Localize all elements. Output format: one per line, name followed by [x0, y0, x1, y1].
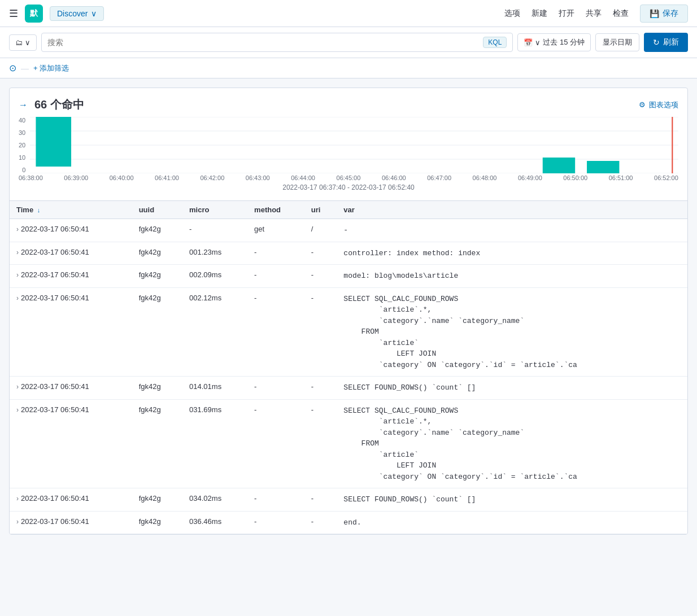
var-cell: SELECT SQL_CALC_FOUND_ROWS `article`.*, …	[337, 287, 687, 377]
discover-button[interactable]: Discover ∨	[50, 6, 104, 21]
svg-rect-6	[543, 158, 575, 173]
expand-cell: ›2022-03-17 06:50:41	[10, 242, 132, 265]
expand-icon[interactable]: ›	[16, 495, 19, 503]
app-avatar: 默	[25, 5, 43, 23]
method-cell: -	[247, 488, 304, 512]
chevron-down-icon: ∨	[535, 38, 541, 47]
var-cell: SELECT SQL_CALC_FOUND_ROWS `article`.*, …	[337, 399, 687, 488]
col-header-micro[interactable]: micro	[182, 201, 247, 219]
table-row[interactable]: ›2022-03-17 06:50:41fgk42g-get/-	[10, 219, 687, 242]
table-row[interactable]: ›2022-03-17 06:50:41fgk42g031.69ms--SELE…	[10, 399, 687, 488]
method-cell: -	[247, 287, 304, 377]
uri-cell: -	[304, 377, 337, 400]
col-header-uuid[interactable]: uuid	[132, 201, 182, 219]
uri-cell: /	[304, 219, 337, 242]
method-cell: -	[247, 242, 304, 265]
line-separator: —	[21, 64, 29, 73]
add-filter-button[interactable]: + 添加筛选	[33, 63, 69, 73]
micro-cell: 036.46ms	[182, 511, 247, 534]
uuid-cell: fgk42g	[132, 242, 182, 265]
var-cell: model: blog\models\article	[337, 265, 687, 288]
micro-cell: 001.23ms	[182, 242, 247, 265]
refresh-button[interactable]: ↻ 刷新	[644, 33, 688, 52]
index-selector[interactable]: 🗂 ∨	[9, 34, 37, 51]
svg-rect-5	[36, 117, 72, 167]
micro-cell: 014.01ms	[182, 377, 247, 400]
collapse-icon[interactable]: →	[19, 100, 28, 110]
save-icon: 💾	[650, 9, 659, 18]
results-panel: → 66 个命中 ⚙ 图表选项 40 30 20 10 0	[9, 88, 688, 535]
results-header: → 66 个命中 ⚙ 图表选项	[10, 88, 687, 117]
var-cell: controller: index method: index	[337, 242, 687, 265]
chart-area: 40 30 20 10 0	[10, 117, 687, 200]
method-cell: -	[247, 265, 304, 288]
micro-cell: 002.12ms	[182, 287, 247, 377]
col-header-var[interactable]: var	[337, 201, 687, 219]
table-row[interactable]: ›2022-03-17 06:50:41fgk42g034.02ms--SELE…	[10, 488, 687, 512]
nav-actions: 选项 新建 打开 共享 检查 💾 保存	[504, 5, 688, 23]
chart-x-labels: 06:38:00 06:39:00 06:40:00 06:41:00 06:4…	[19, 174, 678, 181]
save-button[interactable]: 💾 保存	[640, 5, 688, 23]
filter-icon[interactable]: ⊙	[9, 63, 16, 73]
expand-icon[interactable]: ›	[16, 518, 19, 526]
col-header-method[interactable]: method	[247, 201, 304, 219]
var-cell: end.	[337, 511, 687, 534]
main-content: → 66 个命中 ⚙ 图表选项 40 30 20 10 0	[0, 78, 697, 544]
table-row[interactable]: ›2022-03-17 06:50:41fgk42g002.09ms--mode…	[10, 265, 687, 288]
uuid-cell: fgk42g	[132, 488, 182, 512]
uuid-cell: fgk42g	[132, 265, 182, 288]
time-selector[interactable]: 📅 ∨ 过去 15 分钟	[517, 33, 591, 51]
expand-icon[interactable]: ›	[16, 383, 19, 391]
inspect-button[interactable]: 检查	[613, 8, 629, 19]
expand-icon[interactable]: ›	[16, 271, 19, 279]
method-cell: -	[247, 511, 304, 534]
col-header-uri[interactable]: uri	[304, 201, 337, 219]
uri-cell: -	[304, 287, 337, 377]
chart-options-button[interactable]: ⚙ 图表选项	[639, 100, 678, 110]
sort-icon: ↓	[37, 207, 41, 213]
expand-cell: ›2022-03-17 06:50:41	[10, 488, 132, 512]
expand-cell: ›2022-03-17 06:50:41	[10, 219, 132, 242]
filter-bar: ⊙ — + 添加筛选	[0, 58, 697, 78]
table-container[interactable]: Time ↓ uuid micro method uri var ›2022-0…	[10, 200, 687, 534]
hamburger-icon[interactable]: ☰	[9, 7, 18, 20]
search-input[interactable]	[47, 38, 478, 47]
chevron-down-icon: ∨	[91, 9, 97, 18]
share-button[interactable]: 共享	[586, 8, 602, 19]
chevron-down-icon: ∨	[25, 38, 31, 47]
search-input-wrap: KQL	[41, 33, 513, 52]
expand-icon[interactable]: ›	[16, 225, 19, 233]
chart-time-range: 2022-03-17 06:37:40 - 2022-03-17 06:52:4…	[19, 181, 678, 196]
show-date-button[interactable]: 显示日期	[595, 33, 639, 51]
col-header-time[interactable]: Time ↓	[10, 201, 132, 219]
refresh-icon: ↻	[653, 38, 660, 47]
expand-cell: ›2022-03-17 06:50:41	[10, 287, 132, 377]
method-cell: get	[247, 219, 304, 242]
expand-icon[interactable]: ›	[16, 294, 19, 302]
table-row[interactable]: ›2022-03-17 06:50:41fgk42g036.46ms--end.	[10, 511, 687, 534]
table-row[interactable]: ›2022-03-17 06:50:41fgk42g014.01ms--SELE…	[10, 377, 687, 400]
svg-rect-7	[587, 161, 619, 173]
new-button[interactable]: 新建	[532, 8, 547, 19]
uuid-cell: fgk42g	[132, 287, 182, 377]
micro-cell: 031.69ms	[182, 399, 247, 488]
var-cell: SELECT FOUND_ROWS() `count` []	[337, 377, 687, 400]
search-bar: 🗂 ∨ KQL 📅 ∨ 过去 15 分钟 显示日期 ↻ 刷新	[0, 27, 697, 58]
results-count: 66 个命中	[34, 97, 84, 112]
uri-cell: -	[304, 511, 337, 534]
table-row[interactable]: ›2022-03-17 06:50:41fgk42g001.23ms--cont…	[10, 242, 687, 265]
expand-cell: ›2022-03-17 06:50:41	[10, 399, 132, 488]
table-row[interactable]: ›2022-03-17 06:50:41fgk42g002.12ms--SELE…	[10, 287, 687, 377]
options-button[interactable]: 选项	[504, 8, 520, 19]
uri-cell: -	[304, 242, 337, 265]
micro-cell: 034.02ms	[182, 488, 247, 512]
expand-icon[interactable]: ›	[16, 248, 19, 256]
expand-icon[interactable]: ›	[16, 406, 19, 414]
kql-badge[interactable]: KQL	[483, 37, 507, 48]
gear-icon: ⚙	[639, 101, 646, 109]
open-button[interactable]: 打开	[559, 8, 574, 19]
method-cell: -	[247, 399, 304, 488]
chart-svg	[30, 117, 678, 173]
micro-cell: 002.09ms	[182, 265, 247, 288]
uri-cell: -	[304, 488, 337, 512]
